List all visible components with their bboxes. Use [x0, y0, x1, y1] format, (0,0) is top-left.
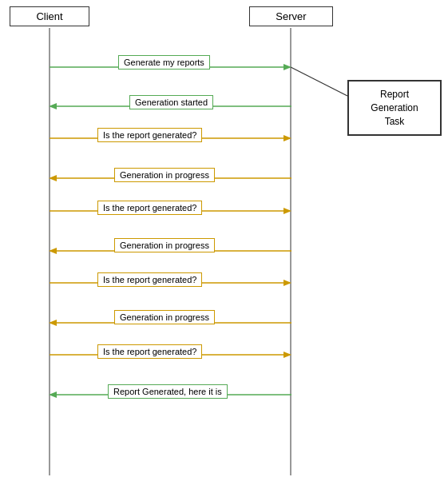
msg-progress-2: Generation in progress: [114, 238, 215, 252]
svg-marker-12: [283, 208, 291, 214]
svg-marker-22: [49, 392, 57, 398]
msg-check-4: Is the report generated?: [97, 344, 202, 359]
msg-progress-1: Generation in progress: [114, 168, 215, 182]
arrows-svg: [0, 0, 448, 481]
sequence-diagram: Client Server Report GenerationTask: [0, 0, 448, 481]
msg-report-generated: Report Generated, here it is: [108, 384, 228, 399]
msg-generation-started: Generation started: [129, 95, 213, 109]
task-label: Report GenerationTask: [371, 89, 418, 127]
server-lifeline-box: Server: [249, 6, 333, 26]
client-lifeline-box: Client: [10, 6, 89, 26]
svg-marker-14: [49, 248, 57, 254]
svg-marker-16: [283, 280, 291, 286]
svg-marker-10: [49, 175, 57, 181]
svg-line-4: [291, 67, 347, 96]
task-box: Report GenerationTask: [347, 80, 442, 136]
msg-generate-reports: Generate my reports: [118, 55, 210, 70]
svg-marker-6: [49, 103, 57, 109]
svg-marker-3: [283, 64, 291, 70]
svg-marker-18: [49, 320, 57, 326]
msg-check-3: Is the report generated?: [97, 272, 202, 287]
svg-marker-20: [283, 352, 291, 358]
msg-check-1: Is the report generated?: [97, 128, 202, 142]
svg-marker-8: [283, 135, 291, 141]
msg-progress-3: Generation in progress: [114, 310, 215, 324]
msg-check-2: Is the report generated?: [97, 201, 202, 215]
